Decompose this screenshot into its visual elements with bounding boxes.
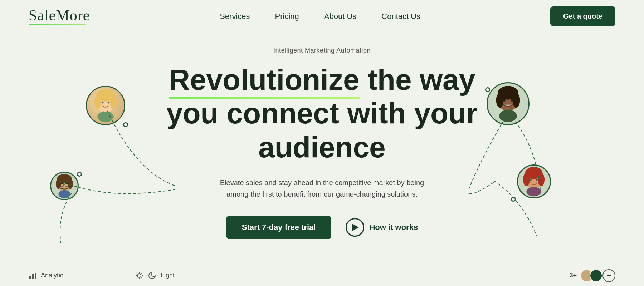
sun-icon bbox=[135, 271, 143, 280]
play-icon bbox=[346, 218, 364, 237]
mini-avatar-2 bbox=[590, 269, 602, 282]
svg-line-38 bbox=[136, 273, 137, 273]
nav-link-services[interactable]: Services bbox=[220, 12, 250, 21]
analytic-icon bbox=[29, 271, 37, 280]
nav-link-pricing[interactable]: Pricing bbox=[275, 12, 299, 21]
bottom-center-section: Light bbox=[135, 271, 175, 280]
how-it-works-label: How it works bbox=[369, 223, 418, 232]
nav-link-about[interactable]: About Us bbox=[324, 12, 357, 21]
logo-text: SaleMore bbox=[29, 8, 90, 23]
hero-section: Intelligent Marketing Automation Revolut… bbox=[0, 33, 644, 239]
svg-line-41 bbox=[136, 277, 137, 278]
trial-button[interactable]: Start 7-day free trial bbox=[226, 216, 332, 239]
svg-rect-32 bbox=[35, 273, 36, 279]
svg-line-39 bbox=[141, 277, 142, 278]
analytic-label: Analytic bbox=[41, 272, 63, 279]
hero-title-line3: audience bbox=[258, 131, 385, 163]
svg-line-40 bbox=[141, 273, 142, 273]
logo-underline bbox=[29, 24, 86, 25]
avatar-stack bbox=[580, 269, 602, 282]
nav-link-contact[interactable]: Contact Us bbox=[381, 12, 420, 21]
svg-point-33 bbox=[137, 274, 141, 277]
user-count-badge: 3+ bbox=[569, 272, 577, 279]
nav-item-services[interactable]: Services bbox=[220, 12, 250, 21]
nav-item-pricing[interactable]: Pricing bbox=[275, 12, 299, 21]
add-user-button[interactable]: + bbox=[602, 269, 615, 282]
logo[interactable]: SaleMore bbox=[29, 8, 90, 25]
svg-rect-30 bbox=[29, 276, 31, 279]
nav-item-contact[interactable]: Contact Us bbox=[381, 12, 420, 21]
hero-description: Elevate sales and stay ahead in the comp… bbox=[211, 177, 433, 200]
get-quote-button[interactable]: Get a quote bbox=[550, 6, 615, 26]
moon-icon bbox=[148, 271, 156, 280]
hero-subtitle: Intelligent Marketing Automation bbox=[273, 47, 371, 54]
hero-actions: Start 7-day free trial How it works bbox=[226, 216, 418, 239]
hero-title: Revolutionize the way you connect with y… bbox=[166, 63, 478, 164]
nav-item-about[interactable]: About Us bbox=[324, 12, 357, 21]
light-label: Light bbox=[161, 272, 175, 279]
hero-title-line1: Revolutionize the way bbox=[169, 63, 475, 96]
how-it-works-link[interactable]: How it works bbox=[346, 218, 418, 237]
hero-revolutionize: Revolutionize bbox=[169, 63, 360, 97]
bottom-bar: Analytic Light 3+ + bbox=[0, 265, 644, 286]
bottom-left-section: Analytic bbox=[29, 271, 63, 280]
nav-links: Services Pricing About Us Contact Us bbox=[220, 12, 420, 21]
hero-title-line2: you connect with your bbox=[166, 97, 478, 129]
navbar: SaleMore Services Pricing About Us Conta… bbox=[0, 0, 644, 33]
play-triangle bbox=[352, 224, 359, 231]
svg-rect-31 bbox=[32, 274, 34, 279]
bottom-right-section: 3+ + bbox=[569, 269, 615, 282]
